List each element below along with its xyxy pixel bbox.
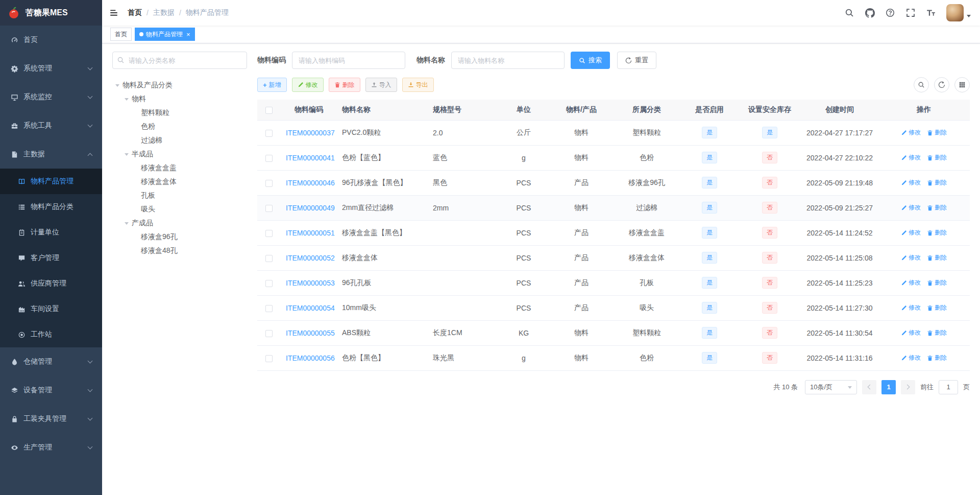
caret-down-icon[interactable] bbox=[121, 149, 132, 159]
row-delete-button[interactable]: 删除 bbox=[927, 178, 947, 187]
tree-node[interactable]: 塑料颗粒 bbox=[112, 106, 247, 120]
logo[interactable]: 苦糖果MES bbox=[0, 0, 102, 26]
tree-node[interactable]: 移液盒96孔 bbox=[112, 230, 247, 244]
caret-down-icon[interactable] bbox=[121, 218, 132, 228]
tree-node[interactable]: 物料 bbox=[112, 92, 247, 106]
tree-node[interactable]: 过滤棉 bbox=[112, 133, 247, 147]
view-tab[interactable]: 首页 bbox=[110, 28, 132, 41]
page-size-select[interactable]: 10条/页 bbox=[805, 380, 857, 394]
row-edit-button[interactable]: 修改 bbox=[901, 203, 921, 212]
refresh-button[interactable] bbox=[934, 77, 949, 92]
fullscreen-icon[interactable] bbox=[905, 8, 916, 18]
category-search-input[interactable] bbox=[112, 52, 247, 69]
row-checkbox[interactable] bbox=[265, 155, 273, 162]
material-code-input[interactable] bbox=[292, 52, 405, 69]
material-code-link[interactable]: ITEM00000049 bbox=[286, 204, 335, 212]
edit-button[interactable]: 修改 bbox=[292, 78, 324, 92]
help-icon[interactable] bbox=[885, 8, 895, 18]
select-all-checkbox[interactable] bbox=[265, 107, 273, 114]
row-delete-button[interactable]: 删除 bbox=[927, 303, 947, 312]
tree-node[interactable]: 产成品 bbox=[112, 216, 247, 230]
row-checkbox[interactable] bbox=[265, 180, 273, 187]
sidebar-item-master-data[interactable]: 主数据 bbox=[0, 140, 102, 169]
prev-page-button[interactable] bbox=[862, 380, 876, 394]
add-button[interactable]: + 新增 bbox=[257, 78, 287, 92]
row-edit-button[interactable]: 修改 bbox=[901, 128, 921, 137]
tree-node[interactable]: 半成品 bbox=[112, 147, 247, 161]
row-delete-button[interactable]: 删除 bbox=[927, 278, 947, 287]
github-icon[interactable] bbox=[865, 8, 875, 18]
row-checkbox[interactable] bbox=[265, 255, 273, 262]
tree-node[interactable]: 吸头 bbox=[112, 202, 247, 216]
row-edit-button[interactable]: 修改 bbox=[901, 353, 921, 362]
row-edit-button[interactable]: 修改 bbox=[901, 253, 921, 262]
delete-button[interactable]: 删除 bbox=[329, 78, 360, 92]
sidebar-item-supplier-management[interactable]: 供应商管理 bbox=[0, 271, 102, 296]
row-delete-button[interactable]: 删除 bbox=[927, 128, 947, 137]
sidebar-item-measurement-unit[interactable]: 计量单位 bbox=[0, 220, 102, 245]
breadcrumb-item[interactable]: 首页 bbox=[128, 8, 142, 17]
row-delete-button[interactable]: 删除 bbox=[927, 328, 947, 337]
sidebar-item-fixture-management[interactable]: 工装夹具管理 bbox=[0, 405, 102, 433]
material-code-link[interactable]: ITEM00000046 bbox=[286, 179, 335, 187]
view-tab[interactable]: 物料产品管理× bbox=[135, 28, 195, 41]
material-code-link[interactable]: ITEM00000041 bbox=[286, 154, 335, 162]
row-edit-button[interactable]: 修改 bbox=[901, 153, 921, 162]
row-delete-button[interactable]: 删除 bbox=[927, 203, 947, 212]
sidebar-item-production-management[interactable]: 生产管理 bbox=[0, 433, 102, 462]
reset-button[interactable]: 重置 bbox=[617, 52, 656, 69]
tree-node[interactable]: 物料及产品分类 bbox=[112, 78, 247, 92]
sidebar-item-warehouse-management[interactable]: 仓储管理 bbox=[0, 347, 102, 376]
material-code-link[interactable]: ITEM00000053 bbox=[286, 279, 335, 287]
sidebar-item-material-product-management[interactable]: 物料产品管理 bbox=[0, 169, 102, 194]
material-name-input[interactable] bbox=[451, 52, 565, 69]
breadcrumb-item[interactable]: 主数据 bbox=[153, 8, 175, 17]
material-code-link[interactable]: ITEM00000054 bbox=[286, 304, 335, 312]
tree-node[interactable]: 移液盒48孔 bbox=[112, 244, 247, 257]
sidebar-item-home[interactable]: 首页 bbox=[0, 26, 102, 54]
row-checkbox[interactable] bbox=[265, 355, 273, 362]
row-delete-button[interactable]: 删除 bbox=[927, 353, 947, 362]
row-delete-button[interactable]: 删除 bbox=[927, 253, 947, 262]
search-button[interactable]: 搜索 bbox=[571, 52, 610, 69]
row-checkbox[interactable] bbox=[265, 280, 273, 287]
row-edit-button[interactable]: 修改 bbox=[901, 178, 921, 187]
row-checkbox[interactable] bbox=[265, 330, 273, 337]
export-button[interactable]: 导出 bbox=[402, 78, 434, 92]
page-number-button[interactable]: 1 bbox=[881, 380, 896, 394]
tree-node[interactable]: 移液盒盒体 bbox=[112, 175, 247, 188]
search-icon[interactable] bbox=[844, 8, 854, 18]
sidebar-item-workshop-settings[interactable]: 车间设置 bbox=[0, 296, 102, 322]
sidebar-item-material-product-category[interactable]: 物料产品分类 bbox=[0, 194, 102, 220]
next-page-button[interactable] bbox=[901, 380, 915, 394]
avatar[interactable] bbox=[946, 4, 964, 21]
hamburger-icon[interactable] bbox=[109, 8, 119, 18]
row-edit-button[interactable]: 修改 bbox=[901, 303, 921, 312]
tree-node[interactable]: 色粉 bbox=[112, 120, 247, 133]
material-code-link[interactable]: ITEM00000055 bbox=[286, 329, 335, 337]
import-button[interactable]: 导入 bbox=[365, 78, 397, 92]
material-code-link[interactable]: ITEM00000051 bbox=[286, 229, 335, 237]
column-settings-button[interactable] bbox=[954, 77, 970, 92]
caret-down-icon[interactable] bbox=[112, 80, 122, 90]
row-checkbox[interactable] bbox=[265, 230, 273, 237]
row-checkbox[interactable] bbox=[265, 205, 273, 212]
row-delete-button[interactable]: 删除 bbox=[927, 153, 947, 162]
close-icon[interactable]: × bbox=[186, 31, 190, 38]
row-checkbox[interactable] bbox=[265, 130, 273, 137]
material-code-link[interactable]: ITEM00000052 bbox=[286, 254, 335, 262]
sidebar-item-system-monitor[interactable]: 系统监控 bbox=[0, 83, 102, 111]
row-delete-button[interactable]: 删除 bbox=[927, 228, 947, 237]
row-edit-button[interactable]: 修改 bbox=[901, 328, 921, 337]
font-size-icon[interactable] bbox=[926, 8, 936, 18]
goto-page-input[interactable] bbox=[939, 380, 958, 394]
sidebar-item-customer-management[interactable]: 客户管理 bbox=[0, 245, 102, 271]
tree-node[interactable]: 移液盒盒盖 bbox=[112, 161, 247, 175]
caret-down-icon[interactable] bbox=[121, 94, 132, 104]
sidebar-item-workstation[interactable]: 工作站 bbox=[0, 322, 102, 347]
sidebar-item-system-tools[interactable]: 系统工具 bbox=[0, 111, 102, 140]
tree-node[interactable]: 孔板 bbox=[112, 188, 247, 202]
sidebar-item-system-management[interactable]: 系统管理 bbox=[0, 54, 102, 83]
row-edit-button[interactable]: 修改 bbox=[901, 228, 921, 237]
material-code-link[interactable]: ITEM00000056 bbox=[286, 354, 335, 362]
